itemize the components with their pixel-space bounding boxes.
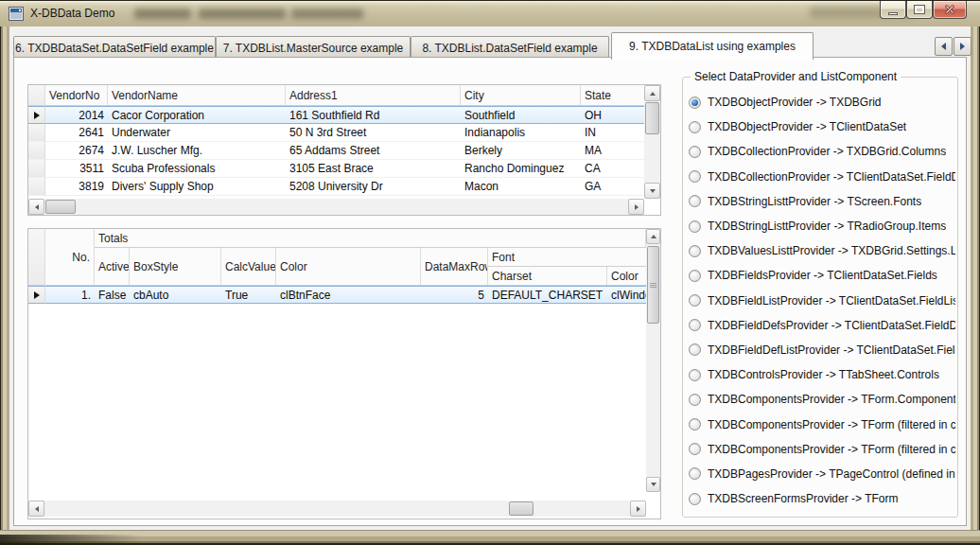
client-area: 6. TXDBDataSet.DataSetField example 7. T… — [9, 26, 971, 530]
vendor-grid-vscrollbar[interactable] — [644, 85, 660, 199]
radio-option-componentsprovider-filtered-1[interactable]: TXDBComponentsProvider -> TForm (filtere… — [689, 412, 955, 436]
cell-vendorno[interactable]: 2674 — [45, 142, 108, 160]
cell-vendorno[interactable]: 2014 — [45, 106, 108, 124]
cell-vendorname[interactable]: Scuba Professionals — [108, 160, 286, 178]
cell-active[interactable]: False — [95, 286, 130, 304]
totals-grid-vscrollbar[interactable] — [646, 229, 660, 492]
column-header-vendorno: VendorNo — [45, 85, 108, 106]
radio-option-valueslistprovider-layout[interactable]: TXDBValuesListtProvider -> TXDBGrid.Sett… — [689, 238, 955, 263]
desktop: X-DBData Demo 6. TXDBDataSet.DataSetFiel… — [0, 0, 980, 545]
cell-vendorname[interactable]: J.W. Luscher Mfg. — [108, 142, 286, 160]
cell-city[interactable]: Rancho Dominguez — [461, 160, 581, 178]
radio-option-componentsprovider-components[interactable]: TXDBComponentsProvider -> TForm.Componen… — [689, 387, 955, 412]
table-row[interactable]: 1. False cbAuto True clBtnFace 5 DEFAULT… — [28, 286, 646, 304]
cell-no[interactable]: 1. — [45, 286, 95, 304]
cell-state[interactable]: GA — [581, 178, 644, 196]
scroll-right-button[interactable] — [630, 501, 646, 517]
radio-option-objectprovider-clientdataset[interactable]: TXDBObjectProvider -> TClientDataSet — [689, 114, 955, 139]
scroll-up-button[interactable] — [646, 229, 660, 244]
cell-boxstyle[interactable]: cbAuto — [130, 286, 221, 304]
scroll-down-button[interactable] — [644, 183, 660, 199]
radio-option-fielddeflistprovider-fielddeflist[interactable]: TXDBFieldDefListProvider -> TClientDataS… — [689, 338, 955, 362]
cell-address1[interactable]: 50 N 3rd Street — [286, 124, 461, 142]
cell-state[interactable]: IN — [581, 124, 644, 142]
tab-scroll-right-button[interactable] — [954, 37, 971, 56]
cell-state[interactable]: OH — [581, 106, 644, 124]
radio-option-fieldsprovider-fields[interactable]: TXDBFieldsProvider -> TClientDataSet.Fie… — [689, 263, 955, 288]
cell-vendorno[interactable]: 2641 — [45, 124, 108, 142]
tab-dataset-datasetfield[interactable]: 6. TXDBDataSet.DataSetField example — [13, 36, 216, 59]
radio-option-collectionprovider-fielddefs[interactable]: TXDBCollectionProvider -> TClientDataSet… — [689, 165, 955, 189]
grid-corner-cell — [28, 229, 45, 286]
cell-vendorno[interactable]: 3819 — [45, 178, 108, 196]
cell-city[interactable]: Southfield — [461, 106, 581, 124]
radio-icon — [689, 294, 701, 307]
cell-state[interactable]: MA — [581, 142, 644, 160]
radio-label: TXDBFieldDefListProvider -> TClientDataS… — [708, 343, 955, 357]
radio-label: TXDBComponentsProvider -> TForm (filtere… — [708, 418, 955, 431]
radio-label: TXDBComponentsProvider -> TForm (filtere… — [708, 443, 955, 456]
radio-option-pagesprovider-pagecontrol[interactable]: TXDBPagesProvider -> TPageControl (defin… — [689, 462, 955, 486]
tab-datalist-examples[interactable]: 9. TXDBDataList using examples — [611, 32, 814, 60]
row-indicator-cell — [28, 178, 45, 196]
window-frame-right — [971, 26, 980, 530]
cell-font-color[interactable]: clWindowText — [607, 286, 646, 304]
vendor-grid-hscrollbar[interactable] — [28, 199, 644, 215]
table-row[interactable]: 2641 Underwater 50 N 3rd Street Indianap… — [28, 124, 644, 142]
maximize-button[interactable] — [906, 1, 933, 19]
tab-list-datasetfield[interactable]: 8. TXDBList.DataSetField example — [411, 36, 609, 59]
radio-option-componentsprovider-filtered-2[interactable]: TXDBComponentsProvider -> TForm (filtere… — [689, 437, 955, 462]
radio-option-collectionprovider-columns[interactable]: TXDBCollectionProvider -> TXDBGrid.Colum… — [689, 139, 955, 164]
hscroll-thumb[interactable] — [509, 501, 534, 516]
cell-charset[interactable]: DEFAULT_CHARSET — [488, 286, 607, 304]
cell-vendorname[interactable]: Underwater — [108, 124, 286, 142]
radio-icon — [689, 369, 701, 381]
cell-address1[interactable]: 5208 University Dr — [286, 178, 461, 196]
radio-option-fielddefsprovider-fielddefs[interactable]: TXDBFieldDefsProvider -> TClientDataSet.… — [689, 313, 955, 338]
radio-option-objectprovider-xdbgrid[interactable]: TXDBObjectProvider -> TXDBGrid — [689, 90, 955, 114]
cell-address1[interactable]: 65 Addams Street — [286, 142, 461, 160]
cell-city[interactable]: Macon — [461, 178, 581, 196]
scroll-down-button[interactable] — [646, 477, 660, 492]
totals-grid: No. Totals Active BoxStyle CalcValues Co… — [27, 228, 661, 519]
radio-option-stringlistprovider-items[interactable]: TXDBStringListtProvider -> TRadioGroup.I… — [689, 214, 955, 238]
radio-option-stringlistprovider-fonts[interactable]: TXDBStringListtProvider -> TScreen.Fonts — [689, 189, 955, 214]
column-header-vendorname: VendorName — [108, 85, 286, 106]
scroll-right-button[interactable] — [628, 199, 644, 215]
scroll-up-button[interactable] — [644, 85, 660, 101]
vscroll-thumb[interactable] — [645, 102, 659, 134]
cell-vendorname[interactable]: Divers' Supply Shop — [108, 178, 286, 196]
table-row[interactable]: 2014 Cacor Corporation 161 Southfield Rd… — [28, 106, 644, 124]
cell-vendorno[interactable]: 3511 — [45, 160, 108, 178]
radio-label: TXDBCollectionProvider -> TClientDataSet… — [708, 170, 955, 184]
radio-option-controlsprovider-controls[interactable]: TXDBControlsProvider -> TTabSheet.Contro… — [689, 362, 955, 387]
radio-option-screenformsprovider-form[interactable]: TXDBScreenFormsProvider -> TForm — [689, 486, 955, 511]
cell-calcvalues[interactable]: True — [221, 286, 276, 304]
radio-label: TXDBComponentsProvider -> TForm.Componen… — [708, 393, 955, 406]
cell-datamaxrow[interactable]: 5 — [421, 286, 488, 304]
cell-address1[interactable]: 3105 East Brace — [286, 160, 461, 178]
cell-state[interactable]: CA — [581, 160, 644, 178]
column-header-color: Color — [276, 248, 421, 286]
window-frame-bottom — [0, 530, 980, 545]
tab-scroll-left-button[interactable] — [935, 37, 953, 56]
cell-address1[interactable]: 161 Southfield Rd — [286, 106, 461, 124]
table-row[interactable]: 3819 Divers' Supply Shop 5208 University… — [28, 178, 644, 196]
cell-color[interactable]: clBtnFace — [276, 286, 421, 304]
vscroll-thumb[interactable] — [647, 246, 659, 324]
vendor-grid: VendorNo VendorName Address1 City State … — [27, 84, 661, 216]
radio-option-fieldlistprovider-fieldlist[interactable]: TXDBFieldListProvider -> TClientDataSet.… — [689, 289, 955, 313]
table-row[interactable]: 2674 J.W. Luscher Mfg. 65 Addams Street … — [28, 142, 644, 160]
cell-city[interactable]: Berkely — [461, 142, 581, 160]
table-row[interactable]: 3511 Scuba Professionals 3105 East Brace… — [28, 160, 644, 178]
minimize-button[interactable] — [880, 1, 906, 19]
scroll-left-button[interactable] — [28, 501, 44, 517]
arrow-left-icon — [941, 43, 946, 50]
totals-grid-hscrollbar[interactable] — [28, 501, 646, 517]
scroll-left-button[interactable] — [28, 199, 44, 215]
cell-city[interactable]: Indianapolis — [461, 124, 581, 142]
close-button[interactable] — [933, 1, 967, 19]
cell-vendorname[interactable]: Cacor Corporation — [108, 106, 286, 124]
tab-list-mastersource[interactable]: 7. TXDBList.MasterSource example — [216, 36, 411, 59]
hscroll-thumb[interactable] — [45, 200, 76, 214]
